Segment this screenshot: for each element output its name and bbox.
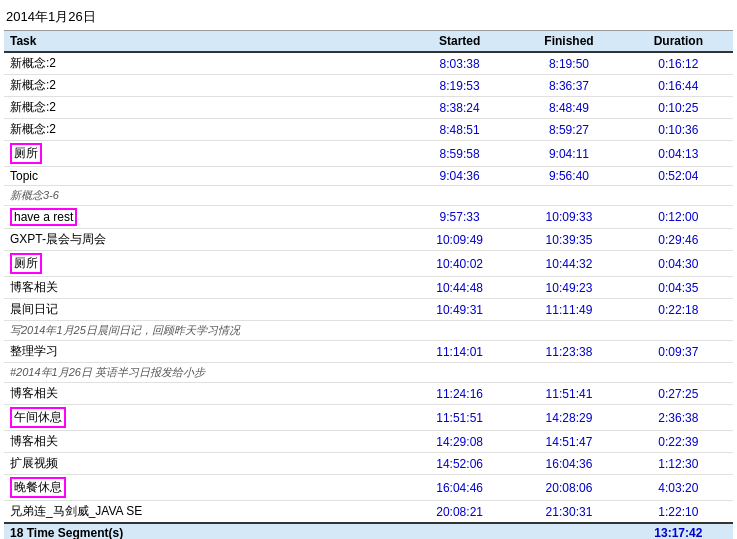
started-cell: 11:51:51: [405, 405, 514, 431]
duration-cell: 0:52:04: [624, 167, 733, 186]
started-cell: 8:48:51: [405, 119, 514, 141]
task-cell: 新概念:2: [4, 52, 405, 75]
table-row: 新概念:28:03:388:19:500:16:12: [4, 52, 733, 75]
col-header-duration: Duration: [624, 31, 733, 52]
note-text: #2014年1月26日 英语半习日报发给小步: [4, 363, 733, 383]
finished-cell: 10:09:33: [514, 206, 623, 229]
task-cell: GXPT-晨会与周会: [4, 229, 405, 251]
finished-cell: 9:04:11: [514, 141, 623, 167]
col-header-finished: Finished: [514, 31, 623, 52]
duration-cell: 0:09:37: [624, 341, 733, 363]
duration-cell: 0:12:00: [624, 206, 733, 229]
finished-cell: 8:36:37: [514, 75, 623, 97]
task-cell: 厕所: [4, 141, 405, 167]
time-table: Task Started Finished Duration 新概念:28:03…: [4, 31, 733, 539]
duration-cell: 4:03:20: [624, 475, 733, 501]
task-label-highlighted: have a rest: [10, 208, 77, 226]
task-cell: 扩展视频: [4, 453, 405, 475]
table-row: 新概念:28:19:538:36:370:16:44: [4, 75, 733, 97]
task-cell: 新概念:2: [4, 97, 405, 119]
started-cell: 8:38:24: [405, 97, 514, 119]
col-header-task: Task: [4, 31, 405, 52]
duration-cell: 0:04:30: [624, 251, 733, 277]
duration-cell: 0:10:25: [624, 97, 733, 119]
task-cell: have a rest: [4, 206, 405, 229]
duration-cell: 0:27:25: [624, 383, 733, 405]
task-cell: 兄弟连_马剑威_JAVA SE: [4, 501, 405, 524]
started-cell: 8:59:58: [405, 141, 514, 167]
main-container: 2014年1月26日 Task Started Finished Duratio…: [0, 0, 737, 539]
table-row: 厕所10:40:0210:44:320:04:30: [4, 251, 733, 277]
table-row: 新概念:28:38:248:48:490:10:25: [4, 97, 733, 119]
duration-cell: 0:16:12: [624, 52, 733, 75]
table-row: 扩展视频14:52:0616:04:361:12:30: [4, 453, 733, 475]
note-text: 新概念3-6: [4, 186, 733, 206]
task-cell: 博客相关: [4, 277, 405, 299]
started-cell: 11:24:16: [405, 383, 514, 405]
finished-cell: 11:11:49: [514, 299, 623, 321]
task-label-highlighted: 午间休息: [10, 407, 66, 428]
started-cell: 8:19:53: [405, 75, 514, 97]
task-label-highlighted: 厕所: [10, 253, 42, 274]
finished-cell: 9:56:40: [514, 167, 623, 186]
started-cell: 9:04:36: [405, 167, 514, 186]
table-row: Topic9:04:369:56:400:52:04: [4, 167, 733, 186]
summary-label: 18 Time Segment(s): [4, 523, 624, 539]
task-cell: 晨间日记: [4, 299, 405, 321]
table-row: 博客相关14:29:0814:51:470:22:39: [4, 431, 733, 453]
duration-cell: 0:22:39: [624, 431, 733, 453]
table-row: 博客相关10:44:4810:49:230:04:35: [4, 277, 733, 299]
finished-cell: 8:48:49: [514, 97, 623, 119]
finished-cell: 10:44:32: [514, 251, 623, 277]
summary-duration: 13:17:42: [624, 523, 733, 539]
started-cell: 20:08:21: [405, 501, 514, 524]
finished-cell: 20:08:06: [514, 475, 623, 501]
task-cell: 新概念:2: [4, 119, 405, 141]
started-cell: 11:14:01: [405, 341, 514, 363]
duration-cell: 0:04:13: [624, 141, 733, 167]
finished-cell: 8:59:27: [514, 119, 623, 141]
finished-cell: 8:19:50: [514, 52, 623, 75]
finished-cell: 21:30:31: [514, 501, 623, 524]
finished-cell: 11:23:38: [514, 341, 623, 363]
table-row: have a rest9:57:3310:09:330:12:00: [4, 206, 733, 229]
duration-cell: 1:22:10: [624, 501, 733, 524]
finished-cell: 10:49:23: [514, 277, 623, 299]
task-cell: Topic: [4, 167, 405, 186]
finished-cell: 16:04:36: [514, 453, 623, 475]
date-header: 2014年1月26日: [4, 4, 733, 31]
task-cell: 新概念:2: [4, 75, 405, 97]
task-cell: 厕所: [4, 251, 405, 277]
note-row: #2014年1月26日 英语半习日报发给小步: [4, 363, 733, 383]
table-row: 新概念:28:48:518:59:270:10:36: [4, 119, 733, 141]
col-header-started: Started: [405, 31, 514, 52]
task-cell: 午间休息: [4, 405, 405, 431]
task-label-highlighted: 厕所: [10, 143, 42, 164]
note-text: 写2014年1月25日晨间日记，回顾昨天学习情况: [4, 321, 733, 341]
summary-row: 18 Time Segment(s)13:17:42: [4, 523, 733, 539]
table-row: 整理学习11:14:0111:23:380:09:37: [4, 341, 733, 363]
started-cell: 9:57:33: [405, 206, 514, 229]
table-row: 晚餐休息16:04:4620:08:064:03:20: [4, 475, 733, 501]
started-cell: 10:49:31: [405, 299, 514, 321]
task-cell: 博客相关: [4, 383, 405, 405]
finished-cell: 10:39:35: [514, 229, 623, 251]
note-row: 新概念3-6: [4, 186, 733, 206]
table-row: 晨间日记10:49:3111:11:490:22:18: [4, 299, 733, 321]
duration-cell: 0:16:44: [624, 75, 733, 97]
started-cell: 10:40:02: [405, 251, 514, 277]
started-cell: 10:09:49: [405, 229, 514, 251]
table-row: 午间休息11:51:5114:28:292:36:38: [4, 405, 733, 431]
task-cell: 整理学习: [4, 341, 405, 363]
table-row: 厕所8:59:589:04:110:04:13: [4, 141, 733, 167]
finished-cell: 11:51:41: [514, 383, 623, 405]
task-cell: 博客相关: [4, 431, 405, 453]
task-label-highlighted: 晚餐休息: [10, 477, 66, 498]
duration-cell: 2:36:38: [624, 405, 733, 431]
table-row: 兄弟连_马剑威_JAVA SE20:08:2121:30:311:22:10: [4, 501, 733, 524]
duration-cell: 0:04:35: [624, 277, 733, 299]
finished-cell: 14:51:47: [514, 431, 623, 453]
finished-cell: 14:28:29: [514, 405, 623, 431]
duration-cell: 1:12:30: [624, 453, 733, 475]
duration-cell: 0:29:46: [624, 229, 733, 251]
